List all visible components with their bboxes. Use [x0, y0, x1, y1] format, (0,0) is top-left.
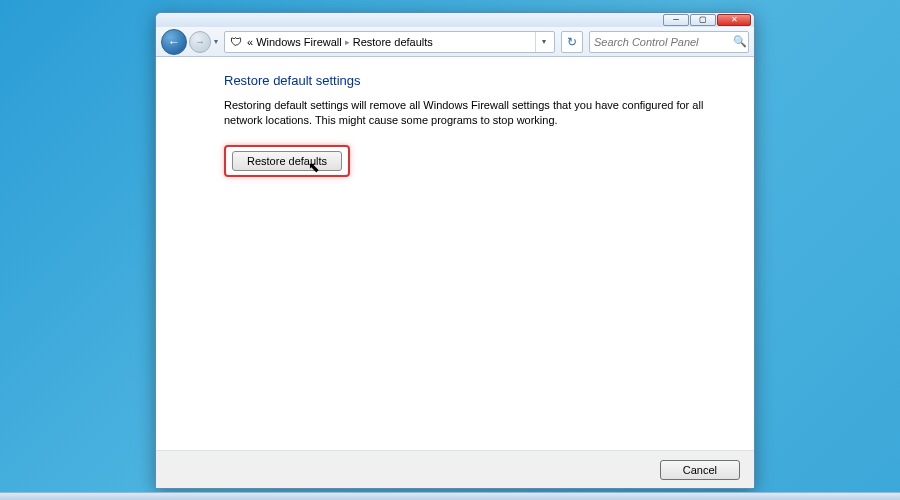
footer: Cancel: [156, 450, 754, 488]
close-icon: ✕: [731, 16, 738, 24]
cancel-button[interactable]: Cancel: [660, 460, 740, 480]
page-heading: Restore default settings: [224, 73, 730, 88]
forward-arrow-icon: →: [195, 36, 205, 47]
breadcrumb-dropdown[interactable]: ▾: [535, 32, 551, 52]
search-input[interactable]: [594, 36, 733, 48]
back-arrow-icon: ←: [168, 35, 180, 49]
close-button[interactable]: ✕: [717, 14, 751, 26]
taskbar[interactable]: [0, 492, 900, 500]
breadcrumb-item-firewall[interactable]: Windows Firewall: [256, 36, 342, 48]
minimize-button[interactable]: ─: [663, 14, 689, 26]
tutorial-highlight: Restore defaults ⬉: [224, 145, 350, 177]
toolbar: ← → ▾ 🛡 « Windows Firewall ▸ Restore def…: [156, 27, 754, 57]
nav-back-button[interactable]: ←: [161, 29, 187, 55]
refresh-icon: ↻: [567, 35, 577, 49]
maximize-icon: ▢: [699, 16, 707, 24]
restore-defaults-button[interactable]: Restore defaults: [232, 151, 342, 171]
refresh-button[interactable]: ↻: [561, 31, 583, 53]
control-panel-window: ─ ▢ ✕ ← → ▾ 🛡 « Windows Firewall ▸ Resto…: [155, 12, 755, 489]
firewall-icon: 🛡: [228, 34, 244, 50]
breadcrumb-prefix: «: [247, 36, 253, 48]
breadcrumb[interactable]: 🛡 « Windows Firewall ▸ Restore defaults …: [224, 31, 555, 53]
page-description: Restoring default settings will remove a…: [224, 98, 714, 129]
search-box[interactable]: 🔍: [589, 31, 749, 53]
nav-history-dropdown[interactable]: ▾: [214, 37, 218, 46]
breadcrumb-item-restore[interactable]: Restore defaults: [353, 36, 433, 48]
nav-forward-button[interactable]: →: [189, 31, 211, 53]
search-icon: 🔍: [733, 35, 747, 48]
content-area: Restore default settings Restoring defau…: [156, 57, 754, 450]
maximize-button[interactable]: ▢: [690, 14, 716, 26]
minimize-icon: ─: [673, 16, 679, 24]
titlebar[interactable]: ─ ▢ ✕: [156, 13, 754, 27]
chevron-right-icon: ▸: [345, 37, 350, 47]
